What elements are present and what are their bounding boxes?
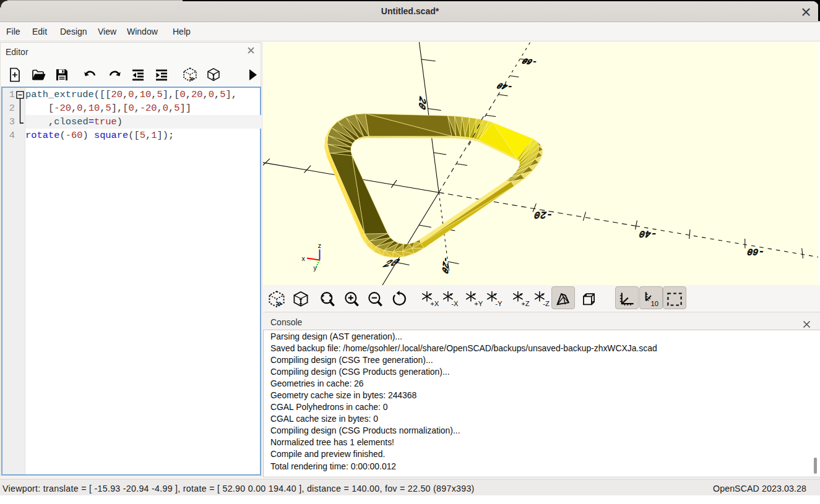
svg-text:z: z: [318, 242, 321, 249]
svg-text:y: y: [314, 264, 317, 271]
svg-text:-X: -X: [451, 300, 459, 307]
svg-text:-20: -20: [533, 209, 554, 220]
svg-text:-60: -60: [520, 56, 540, 66]
svg-text:»: »: [190, 74, 194, 83]
svg-text:x: x: [302, 255, 306, 262]
svg-text:-Z: -Z: [543, 300, 550, 307]
svg-text:+X: +X: [430, 300, 439, 307]
svg-text:10: 10: [650, 300, 658, 307]
svg-text:+Y: +Y: [474, 300, 483, 307]
svg-text:-20: -20: [439, 254, 449, 276]
svg-text:+Z: +Z: [521, 300, 530, 307]
svg-text:-Y: -Y: [495, 300, 503, 307]
svg-text:20: 20: [416, 93, 427, 112]
svg-text:20: 20: [379, 257, 403, 270]
svg-text:-40: -40: [638, 228, 658, 239]
svg-text:-60: -60: [746, 246, 766, 256]
svg-text:»: »: [276, 297, 282, 308]
svg-text:-40: -40: [495, 81, 516, 91]
